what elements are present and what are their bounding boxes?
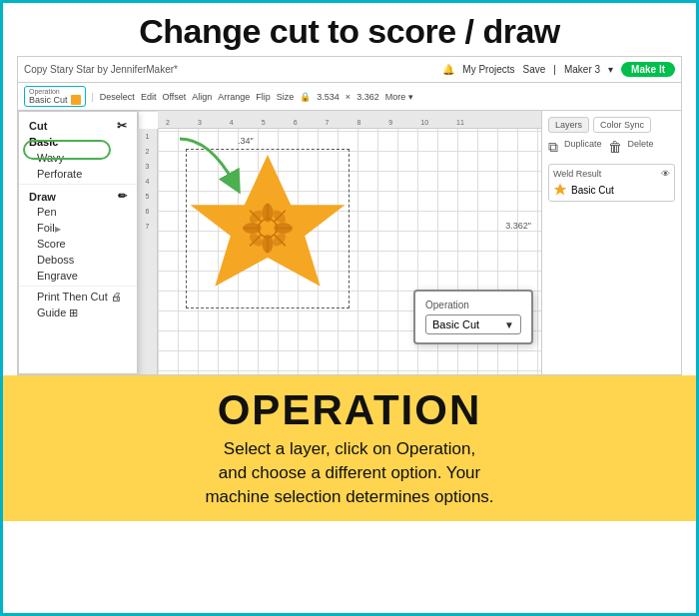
weld-item[interactable]: Basic Cut — [553, 183, 670, 197]
panel-icons: ⧉ Duplicate 🗑 Delete — [548, 139, 675, 156]
delete-label: Delete — [628, 139, 654, 156]
ruler-num-3: 3 — [198, 119, 202, 126]
weld-star-icon — [553, 183, 567, 197]
ruler-num-11: 11 — [456, 119, 464, 126]
ruler-vertical: 1 2 3 4 5 6 7 — [138, 129, 158, 374]
align-btn[interactable]: Align — [192, 92, 212, 102]
ruler-horizontal: 2 3 4 5 6 7 8 9 10 11 — [158, 111, 541, 129]
size-w-value[interactable]: 3.534 — [317, 92, 340, 102]
offset-btn[interactable]: Offset — [162, 92, 186, 102]
ruler-num-4: 4 — [230, 119, 234, 126]
make-it-button[interactable]: Make It — [621, 62, 675, 77]
weld-item-label: Basic Cut — [571, 185, 614, 196]
op-overlay-dropdown[interactable]: Basic Cut ▼ — [425, 314, 521, 334]
bell-icon[interactable]: 🔔 — [442, 64, 454, 75]
more-btn[interactable]: More ▾ — [385, 92, 413, 102]
main-title: Change cut to score / draw — [23, 13, 676, 50]
cut-label: Cut — [29, 120, 47, 132]
draw-section-label: Draw ✏ — [19, 187, 137, 204]
svg-point-9 — [243, 223, 262, 234]
menu-item-basic[interactable]: Basic — [19, 134, 137, 150]
weld-result-label: Weld Result — [553, 169, 601, 179]
chevron-down-icon[interactable]: ▾ — [608, 64, 613, 75]
cricut-topbar: Copy Stary Star by JenniferMaker* 🔔 My P… — [18, 57, 681, 83]
ruler-num-8: 8 — [356, 119, 360, 126]
menu-item-perforate[interactable]: Perforate — [19, 166, 137, 182]
size-x-sep: × — [346, 92, 350, 102]
cricut-main: Cut ✂ Basic Wavy Perforate Draw ✏ Pen Fo… — [18, 111, 681, 374]
pencil-icon: ✏ — [118, 190, 127, 203]
menu-item-engrave[interactable]: Engrave — [19, 268, 137, 284]
operation-description: Select a layer, click on Operation, and … — [33, 437, 666, 508]
scissors-icon: ✂ — [117, 119, 127, 133]
edit-btn[interactable]: Edit — [141, 92, 157, 102]
svg-point-7 — [263, 204, 274, 223]
op-box-text: Basic Cut — [29, 95, 68, 105]
ruler-vnum-3: 3 — [146, 163, 150, 170]
svg-point-10 — [274, 223, 293, 234]
op-box-value: Basic Cut — [29, 95, 81, 105]
menu-divider — [19, 184, 137, 185]
chevron-down-icon2: ▼ — [504, 319, 514, 330]
ruler-vnum-5: 5 — [146, 193, 150, 200]
ruler-num-6: 6 — [294, 119, 298, 126]
ruler-num-9: 9 — [388, 119, 392, 126]
menu-item-foil[interactable]: Foil — [19, 220, 137, 236]
pipe-sep: | — [553, 64, 556, 75]
green-arrow-icon — [170, 129, 250, 199]
my-projects-link[interactable]: My Projects — [462, 64, 514, 75]
flip-btn[interactable]: Flip — [256, 92, 271, 102]
topbar-file-title: Copy Stary Star by JenniferMaker* — [24, 64, 178, 75]
eye-icon[interactable]: 👁 — [661, 169, 670, 179]
dropdown-menu: Cut ✂ Basic Wavy Perforate Draw ✏ Pen Fo… — [18, 111, 138, 374]
ruler-num-7: 7 — [326, 119, 330, 126]
operation-overlay: Operation Basic Cut ▼ — [413, 290, 533, 344]
draw-label: Draw — [29, 191, 56, 203]
menu-item-print-then-cut[interactable]: Print Then Cut 🖨 — [19, 289, 137, 305]
bottom-section: OPERATION Select a layer, click on Opera… — [3, 375, 696, 520]
svg-point-8 — [263, 235, 274, 254]
cut-section-label: Cut ✂ — [19, 116, 137, 134]
menu-item-pen[interactable]: Pen — [19, 204, 137, 220]
arrange-btn[interactable]: Arrange — [218, 92, 250, 102]
canvas-area: 2 3 4 5 6 7 8 9 10 11 1 2 3 4 5 6 7 — [138, 111, 541, 374]
op-color-square — [71, 95, 81, 105]
topbar-left: Copy Stary Star by JenniferMaker* — [24, 64, 178, 75]
menu-item-guide[interactable]: Guide ⊞ — [19, 305, 137, 321]
ruler-vnum-7: 7 — [146, 223, 150, 230]
ruler-vnum-2: 2 — [146, 148, 150, 155]
cricut-toolbar: Operation Basic Cut | Deselect Edit Offs… — [18, 83, 681, 111]
operation-heading: OPERATION — [33, 389, 666, 431]
ruler-vnum-4: 4 — [146, 178, 150, 185]
menu-item-score[interactable]: Score — [19, 236, 137, 252]
duplicate-label: Duplicate — [564, 139, 602, 156]
dim-height-label: 3.362" — [505, 221, 531, 231]
top-section: Change cut to score / draw — [3, 3, 696, 50]
delete-button[interactable]: 🗑 — [608, 139, 622, 156]
menu-item-deboss[interactable]: Deboss — [19, 252, 137, 268]
op-overlay-value: Basic Cut — [432, 318, 479, 330]
weld-result-title: Weld Result 👁 — [553, 169, 670, 179]
save-link[interactable]: Save — [523, 64, 546, 75]
cricut-panel: Copy Stary Star by JenniferMaker* 🔔 My P… — [17, 56, 682, 375]
topbar-right: 🔔 My Projects Save | Maker 3 ▾ Make It — [442, 62, 675, 77]
weld-result-panel: Weld Result 👁 Basic Cut — [548, 164, 675, 202]
size-lock-icon: 🔒 — [300, 92, 311, 102]
ruler-vnum-1: 1 — [146, 133, 150, 140]
toolbar-sep1: | — [92, 92, 94, 102]
ruler-num-2: 2 — [166, 119, 170, 126]
svg-marker-15 — [554, 184, 567, 196]
panel-tabs: Layers Color Sync — [548, 117, 675, 133]
menu-item-wavy[interactable]: Wavy — [19, 150, 137, 166]
ruler-num-5: 5 — [262, 119, 266, 126]
size-label: Size — [277, 92, 295, 102]
tab-color-sync[interactable]: Color Sync — [593, 117, 651, 133]
ruler-vnum-6: 6 — [146, 208, 150, 215]
size-h-value[interactable]: 3.362 — [356, 92, 379, 102]
operation-box[interactable]: Operation Basic Cut — [24, 86, 86, 107]
right-panel: Layers Color Sync ⧉ Duplicate 🗑 Delete W… — [541, 111, 681, 374]
tab-layers[interactable]: Layers — [548, 117, 589, 133]
deselect-btn[interactable]: Deselect — [100, 92, 135, 102]
op-box-label: Operation — [29, 88, 81, 95]
duplicate-button[interactable]: ⧉ — [548, 139, 558, 156]
